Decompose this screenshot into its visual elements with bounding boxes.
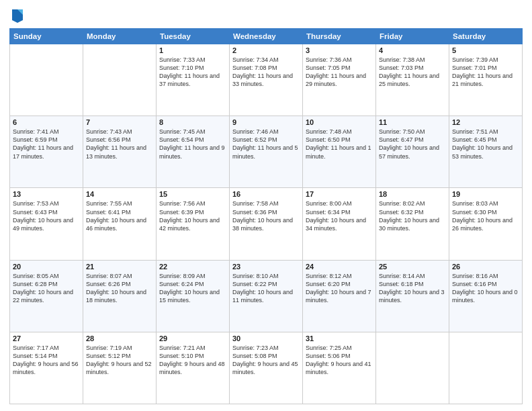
day-info: Sunrise: 8:09 AMSunset: 6:24 PMDaylight:… (159, 272, 226, 305)
sunrise-text: Sunrise: 7:34 AM (232, 56, 300, 64)
weekday-header-saturday: Saturday (449, 29, 523, 44)
sunset-text: Sunset: 6:41 PM (86, 208, 153, 216)
day-number: 25 (379, 263, 446, 271)
day-info: Sunrise: 7:56 AMSunset: 6:39 PMDaylight:… (159, 199, 226, 232)
day-number: 11 (379, 118, 446, 126)
logo-icon (11, 7, 24, 23)
day-number: 13 (13, 190, 80, 198)
day-cell (83, 44, 157, 116)
day-cell: 22Sunrise: 8:09 AMSunset: 6:24 PMDayligh… (157, 260, 230, 332)
daylight-text: Daylight: 11 hours and 33 minutes. (232, 72, 300, 88)
daylight-text: Daylight: 10 hours and 11 minutes. (232, 288, 300, 304)
sunrise-text: Sunrise: 7:23 AM (232, 344, 300, 352)
daylight-text: Daylight: 11 hours and 25 minutes. (379, 72, 446, 88)
day-number: 27 (13, 334, 80, 342)
sunset-text: Sunset: 6:59 PM (13, 136, 80, 144)
daylight-text: Daylight: 9 hours and 45 minutes. (232, 360, 300, 376)
day-cell: 20Sunrise: 8:05 AMSunset: 6:28 PMDayligh… (10, 260, 83, 332)
daylight-text: Daylight: 10 hours and 26 minutes. (452, 216, 519, 232)
day-info: Sunrise: 7:51 AMSunset: 6:45 PMDaylight:… (452, 128, 519, 161)
day-number: 28 (86, 334, 153, 342)
day-cell: 5Sunrise: 7:39 AMSunset: 7:01 PMDaylight… (449, 44, 523, 116)
day-info: Sunrise: 8:16 AMSunset: 6:16 PMDaylight:… (452, 272, 519, 305)
daylight-text: Daylight: 11 hours and 9 minutes. (159, 144, 226, 160)
day-cell: 26Sunrise: 8:16 AMSunset: 6:16 PMDayligh… (449, 260, 523, 332)
day-number: 6 (13, 118, 80, 126)
day-cell: 10Sunrise: 7:48 AMSunset: 6:50 PMDayligh… (303, 116, 376, 188)
daylight-text: Daylight: 10 hours and 30 minutes. (379, 216, 446, 232)
logo (9, 7, 24, 23)
day-cell: 4Sunrise: 7:38 AMSunset: 7:03 PMDaylight… (376, 44, 449, 116)
day-cell: 9Sunrise: 7:46 AMSunset: 6:52 PMDaylight… (230, 116, 303, 188)
sunset-text: Sunset: 6:26 PM (86, 280, 153, 288)
sunset-text: Sunset: 6:32 PM (379, 208, 446, 216)
day-cell: 27Sunrise: 7:17 AMSunset: 5:14 PMDayligh… (10, 332, 83, 404)
day-number: 23 (232, 263, 300, 271)
sunset-text: Sunset: 6:47 PM (379, 136, 446, 144)
day-info: Sunrise: 7:41 AMSunset: 6:59 PMDaylight:… (13, 128, 80, 161)
sunset-text: Sunset: 6:52 PM (232, 136, 300, 144)
day-cell (449, 332, 523, 404)
daylight-text: Daylight: 10 hours and 53 minutes. (452, 144, 519, 160)
daylight-text: Daylight: 9 hours and 52 minutes. (86, 360, 153, 376)
daylight-text: Daylight: 10 hours and 15 minutes. (159, 288, 226, 304)
day-cell: 25Sunrise: 8:14 AMSunset: 6:18 PMDayligh… (376, 260, 449, 332)
day-number: 29 (159, 334, 226, 342)
day-number: 9 (232, 118, 300, 126)
day-cell: 30Sunrise: 7:23 AMSunset: 5:08 PMDayligh… (230, 332, 303, 404)
day-info: Sunrise: 7:19 AMSunset: 5:12 PMDaylight:… (86, 344, 153, 377)
sunset-text: Sunset: 5:14 PM (13, 352, 80, 360)
daylight-text: Daylight: 10 hours and 38 minutes. (232, 216, 300, 232)
day-cell: 12Sunrise: 7:51 AMSunset: 6:45 PMDayligh… (449, 116, 523, 188)
week-row-2: 6Sunrise: 7:41 AMSunset: 6:59 PMDaylight… (10, 116, 523, 188)
daylight-text: Daylight: 11 hours and 29 minutes. (306, 72, 373, 88)
day-info: Sunrise: 8:05 AMSunset: 6:28 PMDaylight:… (13, 272, 80, 305)
daylight-text: Daylight: 11 hours and 13 minutes. (86, 144, 153, 160)
day-cell: 13Sunrise: 7:53 AMSunset: 6:43 PMDayligh… (10, 188, 83, 260)
day-cell: 6Sunrise: 7:41 AMSunset: 6:59 PMDaylight… (10, 116, 83, 188)
sunrise-text: Sunrise: 7:25 AM (306, 344, 373, 352)
day-number: 21 (86, 263, 153, 271)
day-info: Sunrise: 8:12 AMSunset: 6:20 PMDaylight:… (306, 272, 373, 305)
day-info: Sunrise: 7:55 AMSunset: 6:41 PMDaylight:… (86, 199, 153, 232)
week-row-1: 1Sunrise: 7:33 AMSunset: 7:10 PMDaylight… (10, 44, 523, 116)
sunset-text: Sunset: 6:34 PM (306, 208, 373, 216)
week-row-5: 27Sunrise: 7:17 AMSunset: 5:14 PMDayligh… (10, 332, 523, 404)
sunset-text: Sunset: 6:39 PM (159, 208, 226, 216)
weekday-header-sunday: Sunday (10, 29, 83, 44)
sunrise-text: Sunrise: 8:00 AM (306, 199, 373, 208)
daylight-text: Daylight: 11 hours and 1 minute. (306, 144, 373, 160)
day-info: Sunrise: 8:14 AMSunset: 6:18 PMDaylight:… (379, 272, 446, 305)
day-number: 14 (86, 190, 153, 198)
day-cell: 29Sunrise: 7:21 AMSunset: 5:10 PMDayligh… (157, 332, 230, 404)
sunrise-text: Sunrise: 7:17 AM (13, 344, 80, 352)
sunrise-text: Sunrise: 7:56 AM (159, 199, 226, 208)
day-number: 4 (379, 46, 446, 54)
day-cell: 23Sunrise: 8:10 AMSunset: 6:22 PMDayligh… (230, 260, 303, 332)
day-number: 22 (159, 263, 226, 271)
sunrise-text: Sunrise: 8:12 AM (306, 272, 373, 280)
sunrise-text: Sunrise: 7:50 AM (379, 128, 446, 136)
daylight-text: Daylight: 10 hours and 42 minutes. (159, 216, 226, 232)
day-info: Sunrise: 8:03 AMSunset: 6:30 PMDaylight:… (452, 199, 519, 232)
sunrise-text: Sunrise: 8:09 AM (159, 272, 226, 280)
sunset-text: Sunset: 6:36 PM (232, 208, 300, 216)
day-number: 1 (159, 46, 226, 54)
sunset-text: Sunset: 6:16 PM (452, 280, 519, 288)
daylight-text: Daylight: 10 hours and 34 minutes. (306, 216, 373, 232)
sunset-text: Sunset: 6:50 PM (306, 136, 373, 144)
calendar-page: SundayMondayTuesdayWednesdayThursdayFrid… (0, 0, 532, 411)
sunset-text: Sunset: 5:12 PM (86, 352, 153, 360)
day-cell: 16Sunrise: 7:58 AMSunset: 6:36 PMDayligh… (230, 188, 303, 260)
day-cell: 7Sunrise: 7:43 AMSunset: 6:56 PMDaylight… (83, 116, 157, 188)
sunrise-text: Sunrise: 7:19 AM (86, 344, 153, 352)
sunset-text: Sunset: 7:03 PM (379, 64, 446, 72)
day-cell: 18Sunrise: 8:02 AMSunset: 6:32 PMDayligh… (376, 188, 449, 260)
sunset-text: Sunset: 6:24 PM (159, 280, 226, 288)
day-info: Sunrise: 7:34 AMSunset: 7:08 PMDaylight:… (232, 56, 300, 89)
sunrise-text: Sunrise: 7:36 AM (306, 56, 373, 64)
weekday-header-wednesday: Wednesday (230, 29, 303, 44)
daylight-text: Daylight: 10 hours and 46 minutes. (86, 216, 153, 232)
day-cell: 14Sunrise: 7:55 AMSunset: 6:41 PMDayligh… (83, 188, 157, 260)
day-number: 30 (232, 334, 300, 342)
